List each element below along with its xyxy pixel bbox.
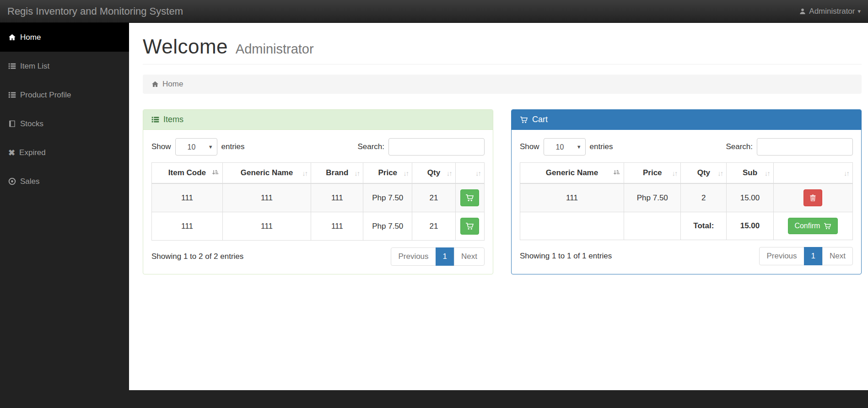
cart-icon xyxy=(465,193,474,202)
total-value: 15.00 xyxy=(727,212,774,240)
items-table-info: Showing 1 to 2 of 2 entries xyxy=(151,252,243,261)
app-title: Regis Inventory and Monitoring System xyxy=(7,5,183,17)
sort-asc-icon xyxy=(212,170,219,177)
cell-item-code: 111 xyxy=(152,212,223,241)
cell-empty xyxy=(520,212,624,240)
sort-both-icon: ↓↑ xyxy=(302,169,307,177)
column-header-item-code[interactable]: Item Code xyxy=(152,163,223,184)
items-search-input[interactable] xyxy=(388,138,485,156)
top-navbar: Regis Inventory and Monitoring System Ad… xyxy=(0,0,868,23)
sort-asc-icon xyxy=(613,170,620,177)
cell-qty: 21 xyxy=(412,183,456,212)
sidebar-item-sales[interactable]: Sales xyxy=(0,167,129,196)
next-page-button[interactable]: Next xyxy=(454,247,485,266)
sidebar-item-item-list[interactable]: Item List xyxy=(0,52,129,81)
sidebar-item-product-profile[interactable]: Product Profile xyxy=(0,81,129,109)
table-row: 111 111 111 Php 7.50 21 xyxy=(152,183,485,212)
items-page-size-select[interactable]: 10 xyxy=(175,138,217,156)
sidebar-item-label: Product Profile xyxy=(20,91,71,100)
column-header-qty[interactable]: Qty ↓↑ xyxy=(681,163,727,184)
page-title: Welcome xyxy=(143,35,228,58)
user-icon xyxy=(799,8,806,15)
add-to-cart-button[interactable] xyxy=(460,218,479,235)
sidebar: Home Item List Product Profile Stocks ✖ … xyxy=(0,23,129,390)
previous-page-button[interactable]: Previous xyxy=(391,247,436,266)
breadcrumb-home[interactable]: Home xyxy=(162,80,183,89)
items-table: Item Code Generic Name ↓↑ xyxy=(151,162,485,241)
sidebar-item-stocks[interactable]: Stocks xyxy=(0,109,129,138)
remove-from-cart-button[interactable] xyxy=(803,189,822,206)
book-icon xyxy=(8,120,16,128)
user-menu[interactable]: Administrator ▾ xyxy=(799,7,861,16)
sort-both-icon: ↓↑ xyxy=(475,169,480,177)
cart-icon xyxy=(824,222,831,230)
items-panel: Items Show 10 ▼ entries xyxy=(143,109,493,274)
cell-price: Php 7.50 xyxy=(624,183,681,212)
list-alt-icon xyxy=(8,91,16,99)
sort-both-icon: ↓↑ xyxy=(844,169,849,177)
cart-panel: Cart Show 10 ▼ entries xyxy=(511,109,862,274)
sidebar-item-label: Item List xyxy=(20,62,49,71)
sort-both-icon: ↓↑ xyxy=(403,169,408,177)
cart-search-input[interactable] xyxy=(757,138,853,156)
column-header-price[interactable]: Price ↓↑ xyxy=(624,163,681,184)
page-number-button[interactable]: 1 xyxy=(804,247,823,265)
sort-both-icon: ↓↑ xyxy=(717,169,722,177)
items-panel-title: Items xyxy=(163,115,183,124)
column-header-sub[interactable]: Sub ↓↑ xyxy=(727,163,774,184)
home-icon xyxy=(8,33,16,41)
cart-panel-header: Cart xyxy=(512,110,861,130)
entries-label: entries xyxy=(221,142,245,151)
add-to-cart-button[interactable] xyxy=(460,189,479,206)
column-header-qty[interactable]: Qty ↓↑ xyxy=(412,163,456,184)
cart-icon xyxy=(465,222,474,231)
cart-table-info: Showing 1 to 1 of 1 entries xyxy=(520,252,612,261)
table-row-total: Total: 15.00 Confirm xyxy=(520,212,853,240)
cell-price: Php 7.50 xyxy=(363,212,412,241)
column-header-actions[interactable]: ↓↑ xyxy=(773,163,852,184)
cell-generic-name: 111 xyxy=(222,212,311,241)
cart-panel-title: Cart xyxy=(532,115,548,124)
page-header: Welcome Administrator xyxy=(143,35,862,64)
show-label: Show xyxy=(520,142,539,151)
cart-table: Generic Name Price ↓↑ xyxy=(520,162,853,240)
column-header-brand[interactable]: Brand ↓↑ xyxy=(311,163,363,184)
cell-item-code: 111 xyxy=(152,183,223,212)
cell-brand: 111 xyxy=(311,183,363,212)
caret-down-icon: ▾ xyxy=(857,8,861,14)
column-header-generic-name[interactable]: Generic Name xyxy=(520,163,624,184)
cell-price: Php 7.50 xyxy=(363,183,412,212)
sort-both-icon: ↓↑ xyxy=(354,169,359,177)
confirm-order-button[interactable]: Confirm xyxy=(788,218,838,234)
list-icon xyxy=(8,62,16,70)
sort-both-icon: ↓↑ xyxy=(672,169,677,177)
footer-bar xyxy=(0,390,868,408)
confirm-button-label: Confirm xyxy=(794,222,820,230)
next-page-button[interactable]: Next xyxy=(822,247,853,265)
cart-page-size-select[interactable]: 10 xyxy=(544,138,586,156)
items-panel-header: Items xyxy=(143,110,493,130)
show-label: Show xyxy=(151,142,171,151)
cell-actions: Confirm xyxy=(773,212,852,240)
sidebar-item-expired[interactable]: ✖ Expired xyxy=(0,138,129,167)
column-header-actions[interactable]: ↓↑ xyxy=(455,163,484,184)
sort-both-icon: ↓↑ xyxy=(447,169,452,177)
entries-label: entries xyxy=(590,142,613,151)
column-header-price[interactable]: Price ↓↑ xyxy=(363,163,412,184)
list-icon xyxy=(151,116,159,123)
cell-generic-name: 111 xyxy=(520,183,624,212)
sort-both-icon: ↓↑ xyxy=(765,169,770,177)
sidebar-item-home[interactable]: Home xyxy=(0,23,129,52)
sidebar-item-label: Stocks xyxy=(20,119,43,129)
page-subtitle: Administrator xyxy=(236,42,314,56)
table-row: 111 111 111 Php 7.50 21 xyxy=(152,212,485,241)
previous-page-button[interactable]: Previous xyxy=(759,247,804,265)
page-number-button[interactable]: 1 xyxy=(436,247,454,266)
dot-circle-icon xyxy=(8,177,16,185)
sidebar-item-label: Home xyxy=(20,33,41,42)
trash-icon xyxy=(809,194,817,202)
cell-qty: 21 xyxy=(412,212,456,241)
sidebar-item-label: Expired xyxy=(19,148,46,157)
column-header-generic-name[interactable]: Generic Name ↓↑ xyxy=(222,163,311,184)
cart-pagination: Previous 1 Next xyxy=(759,247,853,265)
